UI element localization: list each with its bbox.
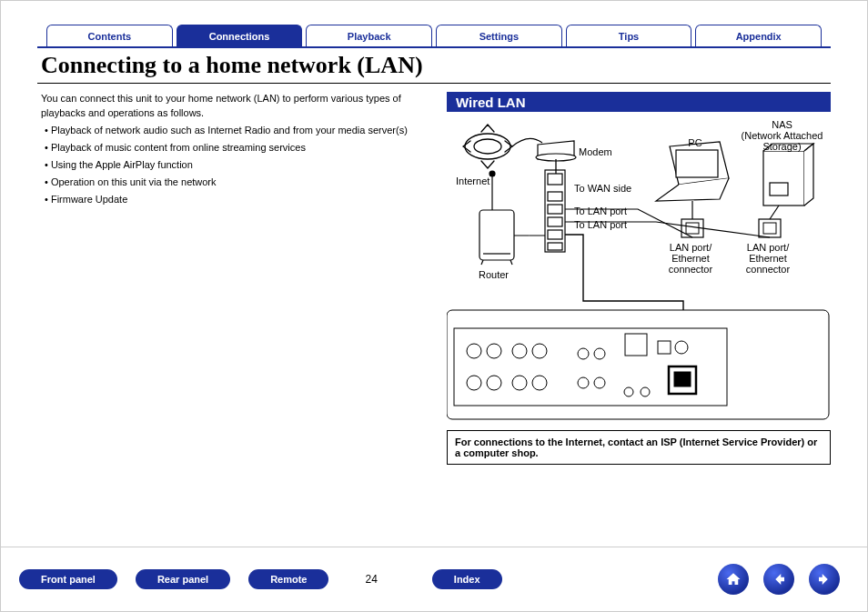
- btn-rear-panel[interactable]: Rear panel: [136, 569, 230, 589]
- svg-line-8: [510, 260, 512, 265]
- home-icon[interactable]: [718, 564, 749, 595]
- svg-rect-11: [548, 192, 562, 201]
- svg-rect-14: [548, 230, 562, 239]
- bullet-item: • Using the Apple AirPlay function: [41, 157, 423, 173]
- svg-point-36: [594, 377, 605, 388]
- page-title: Connecting to a home network (LAN): [41, 52, 423, 79]
- top-tabs: Contents Connections Playback Settings T…: [46, 25, 822, 46]
- tab-contents[interactable]: Contents: [46, 25, 173, 46]
- svg-point-0: [465, 134, 510, 159]
- bullet-item: • Firmware Update: [41, 192, 423, 207]
- diagram-label-wan: To WAN side: [574, 183, 631, 194]
- tab-playback[interactable]: Playback: [306, 25, 432, 46]
- wired-lan-diagram: Internet Modem Router To WAN side To LAN…: [447, 119, 838, 424]
- section-header-wired-lan: Wired LAN: [447, 92, 831, 112]
- svg-point-1: [474, 139, 501, 154]
- svg-rect-16: [676, 150, 718, 177]
- tab-tips[interactable]: Tips: [566, 25, 692, 46]
- diagram-label-lan2: To LAN port: [574, 219, 627, 230]
- svg-point-33: [578, 348, 589, 359]
- title-underline: [37, 83, 831, 84]
- tab-appendix[interactable]: Appendix: [695, 25, 822, 46]
- svg-rect-19: [763, 151, 804, 206]
- svg-point-43: [641, 387, 650, 396]
- svg-line-7: [481, 260, 483, 265]
- bullet-list: • Playback of network audio such as Inte…: [41, 123, 423, 209]
- btn-remote[interactable]: Remote: [248, 569, 328, 589]
- svg-rect-13: [548, 217, 562, 226]
- svg-rect-5: [479, 210, 514, 260]
- diagram-label-modem: Modem: [579, 146, 612, 157]
- tab-settings[interactable]: Settings: [436, 25, 562, 46]
- intro-text: You can connect this unit to your home n…: [41, 92, 423, 121]
- svg-point-31: [512, 376, 527, 390]
- svg-point-32: [532, 376, 547, 390]
- diagram-label-lan1: To LAN port: [574, 206, 627, 216]
- svg-rect-20: [770, 183, 788, 196]
- svg-point-26: [487, 344, 501, 358]
- diagram-label-nas: NAS (Network Attached Storage): [734, 119, 830, 152]
- svg-point-29: [467, 376, 481, 390]
- diagram-label-pc: PC: [681, 137, 709, 148]
- page-number: 24: [365, 573, 377, 586]
- btn-front-panel[interactable]: Front panel: [19, 569, 117, 589]
- svg-point-30: [487, 376, 501, 390]
- bullet-item: • Playback of music content from online …: [41, 140, 423, 156]
- arrow-left-icon[interactable]: [763, 564, 794, 595]
- svg-rect-22: [763, 223, 776, 234]
- svg-rect-12: [548, 205, 562, 214]
- svg-point-25: [467, 344, 481, 358]
- btn-index[interactable]: Index: [432, 569, 502, 589]
- svg-point-39: [675, 341, 688, 354]
- svg-rect-15: [548, 243, 562, 250]
- bullet-item: • Operation on this unit via the network: [41, 175, 423, 190]
- svg-rect-10: [548, 174, 562, 185]
- tab-underline: [37, 46, 831, 48]
- diagram-label-router: Router: [479, 269, 509, 280]
- arrow-right-icon[interactable]: [809, 564, 840, 595]
- diagram-label-internet: Internet: [456, 176, 490, 186]
- tab-connections[interactable]: Connections: [177, 25, 303, 46]
- svg-point-28: [532, 344, 547, 358]
- svg-point-42: [624, 387, 633, 396]
- diagram-label-pc-port: LAN port/ Ethernet connector: [654, 242, 727, 275]
- svg-rect-38: [658, 341, 671, 354]
- bottom-bar: Front panel Rear panel Remote 24 Index: [1, 547, 867, 611]
- svg-point-34: [594, 348, 605, 359]
- svg-point-27: [512, 344, 527, 358]
- bullet-item: • Playback of network audio such as Inte…: [41, 123, 423, 138]
- svg-rect-18: [686, 223, 699, 234]
- svg-point-4: [490, 171, 495, 176]
- note-box: For connections to the Internet, contact…: [447, 430, 831, 465]
- svg-rect-41: [674, 372, 691, 386]
- diagram-label-nas-port: LAN port/ Ethernet connector: [732, 242, 804, 275]
- svg-point-35: [578, 377, 589, 388]
- svg-rect-37: [625, 334, 647, 356]
